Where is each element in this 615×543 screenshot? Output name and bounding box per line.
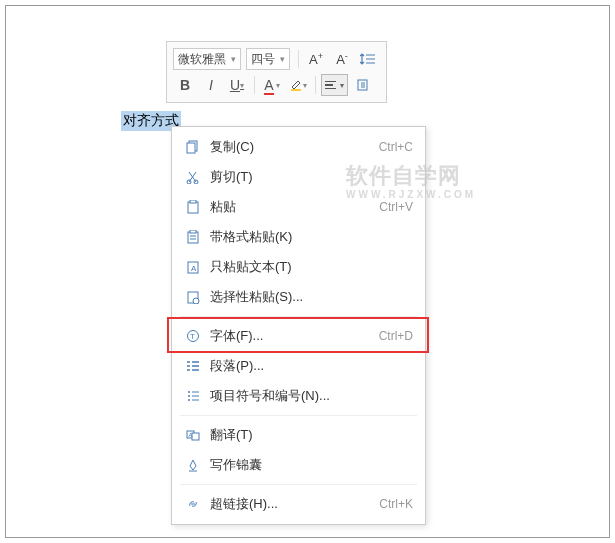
font-color-icon: A: [264, 77, 273, 93]
menu-bullets[interactable]: 项目符号和编号(N)...: [172, 381, 425, 411]
svg-rect-8: [188, 232, 198, 243]
font-color-button[interactable]: A▾: [260, 73, 284, 97]
menu-copy[interactable]: 复制(C) Ctrl+C: [172, 132, 425, 162]
paste-format-icon: [182, 230, 204, 244]
indent-button[interactable]: [350, 73, 374, 97]
menu-label: 项目符号和编号(N)...: [210, 387, 413, 405]
menu-divider: [180, 415, 417, 416]
menu-shortcut: Ctrl+C: [379, 140, 413, 154]
menu-label: 只粘贴文本(T): [210, 258, 413, 276]
grow-font-button[interactable]: A+: [304, 47, 328, 71]
toolbar-row-2: B I U▾ A▾ ▾ ▾: [173, 72, 380, 98]
svg-text:T: T: [190, 332, 195, 341]
toolbar-row-1: 微软雅黑 ▾ 四号 ▾ A+ A-: [173, 46, 380, 72]
menu-shortcut: Ctrl+D: [379, 329, 413, 343]
menu-label: 粘贴: [210, 198, 379, 216]
menu-label: 超链接(H)...: [210, 495, 379, 513]
menu-writing[interactable]: 写作锦囊: [172, 450, 425, 480]
pen-icon: [182, 458, 204, 472]
editor-canvas: 微软雅黑 ▾ 四号 ▾ A+ A- B I U▾ A▾: [5, 5, 610, 538]
link-icon: [182, 497, 204, 511]
menu-label: 剪切(T): [210, 168, 413, 186]
italic-button[interactable]: I: [199, 73, 223, 97]
svg-rect-9: [190, 230, 196, 233]
cut-icon: [182, 170, 204, 184]
paste-text-icon: A: [182, 260, 204, 274]
chevron-down-icon: ▾: [340, 81, 344, 90]
menu-label: 带格式粘贴(K): [210, 228, 413, 246]
underline-button[interactable]: U▾: [225, 73, 249, 97]
line-spacing-button[interactable]: [356, 47, 380, 71]
font-name-combo[interactable]: 微软雅黑 ▾: [173, 48, 241, 70]
menu-divider: [180, 484, 417, 485]
svg-rect-0: [291, 89, 301, 91]
menu-label: 写作锦囊: [210, 456, 413, 474]
svg-rect-3: [187, 143, 195, 153]
menu-shortcut: Ctrl+V: [379, 200, 413, 214]
svg-point-16: [188, 391, 190, 393]
grow-font-icon: A+: [309, 51, 323, 67]
svg-rect-20: [192, 433, 199, 440]
svg-text:A: A: [191, 264, 197, 273]
svg-text:A: A: [189, 432, 193, 438]
menu-shortcut: Ctrl+K: [379, 497, 413, 511]
svg-point-17: [188, 395, 190, 397]
chevron-down-icon: ▾: [231, 54, 236, 64]
svg-point-13: [193, 298, 199, 304]
paste-special-icon: [182, 290, 204, 304]
context-menu: 复制(C) Ctrl+C 剪切(T) 粘贴 Ctrl+V 带格式粘贴(K) A …: [171, 126, 426, 525]
mini-toolbar: 微软雅黑 ▾ 四号 ▾ A+ A- B I U▾ A▾: [166, 41, 387, 103]
paste-icon: [182, 200, 204, 214]
menu-cut[interactable]: 剪切(T): [172, 162, 425, 192]
font-size-value: 四号: [251, 51, 275, 68]
copy-icon: [182, 140, 204, 154]
paragraph-icon: [182, 359, 204, 373]
font-size-combo[interactable]: 四号 ▾: [246, 48, 290, 70]
menu-paragraph[interactable]: 段落(P)...: [172, 351, 425, 381]
separator: [315, 76, 316, 94]
translate-icon: A: [182, 428, 204, 442]
menu-paste-text[interactable]: A 只粘贴文本(T): [172, 252, 425, 282]
align-icon: [325, 81, 336, 90]
separator: [298, 50, 299, 68]
menu-paste-special[interactable]: 选择性粘贴(S)...: [172, 282, 425, 312]
svg-point-18: [188, 399, 190, 401]
shrink-font-icon: A-: [336, 51, 348, 67]
bold-button[interactable]: B: [173, 73, 197, 97]
menu-label: 选择性粘贴(S)...: [210, 288, 413, 306]
menu-label: 翻译(T): [210, 426, 413, 444]
bullets-icon: [182, 389, 204, 403]
font-icon: T: [182, 329, 204, 343]
font-name-value: 微软雅黑: [178, 51, 226, 68]
menu-hyperlink[interactable]: 超链接(H)... Ctrl+K: [172, 489, 425, 519]
menu-font[interactable]: T 字体(F)... Ctrl+D: [172, 321, 425, 351]
menu-paste-format[interactable]: 带格式粘贴(K): [172, 222, 425, 252]
separator: [254, 76, 255, 94]
menu-paste[interactable]: 粘贴 Ctrl+V: [172, 192, 425, 222]
menu-label: 字体(F)...: [210, 327, 379, 345]
svg-rect-7: [190, 200, 196, 203]
line-spacing-icon: [360, 52, 376, 66]
highlight-icon: [289, 78, 303, 92]
chevron-down-icon: ▾: [280, 54, 285, 64]
menu-translate[interactable]: A 翻译(T): [172, 420, 425, 450]
highlight-button[interactable]: ▾: [286, 73, 310, 97]
svg-rect-6: [188, 202, 198, 213]
menu-label: 复制(C): [210, 138, 379, 156]
shrink-font-button[interactable]: A-: [330, 47, 354, 71]
menu-label: 段落(P)...: [210, 357, 413, 375]
indent-icon: [355, 78, 370, 92]
menu-divider: [180, 316, 417, 317]
alignment-button[interactable]: ▾: [321, 74, 348, 96]
